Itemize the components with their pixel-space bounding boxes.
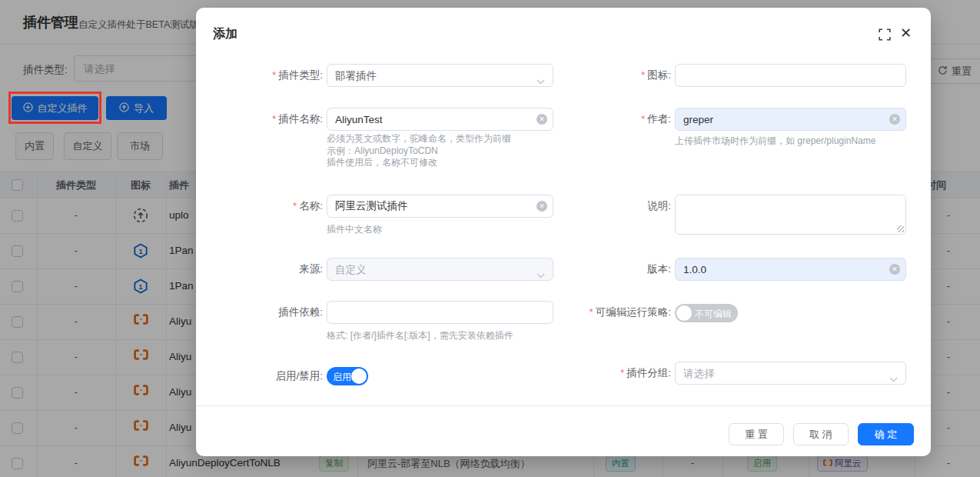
plugin-type-select[interactable]: 部署插件 — [327, 64, 553, 87]
field-help: 上传插件市场时作为前缀，如 greper/pluginName — [675, 135, 875, 148]
footer-divider — [196, 405, 931, 406]
close-icon[interactable]: ✕ — [900, 25, 912, 42]
field-label: *名称: — [196, 195, 323, 218]
field-help: 插件中文名称 — [327, 224, 382, 236]
source-select: 自定义 — [327, 258, 553, 281]
confirm-button[interactable]: 确 定 — [858, 423, 914, 445]
policy-toggle[interactable]: 不可编辑 — [675, 304, 738, 322]
reset-button[interactable]: 重 置 — [729, 423, 784, 445]
field-help: 必须为英文或数字，驼峰命名，类型作为前缀 示例：AliyunDeployToCD… — [327, 133, 511, 169]
modal-title: 添加 — [213, 26, 238, 42]
dependencies-input[interactable] — [327, 301, 553, 324]
clear-icon[interactable]: ✕ — [889, 114, 900, 125]
field-label: *插件类型: — [196, 64, 323, 87]
icon-input[interactable] — [675, 64, 906, 87]
field-label: 插件依赖: — [196, 301, 323, 324]
chevron-down-icon — [889, 372, 898, 385]
description-textarea[interactable] — [675, 195, 906, 235]
author-input[interactable] — [675, 108, 906, 131]
clear-icon[interactable]: ✕ — [537, 114, 547, 125]
add-plugin-modal: 添加 ✕ *插件类型: 部署插件 *图标: *插件名称: ✕ 必须为英文或数字，… — [196, 8, 931, 456]
field-label: 来源: — [196, 258, 323, 281]
field-label: *可编辑运行策略: — [550, 301, 671, 324]
field-label: *插件名称: — [196, 108, 323, 131]
clear-icon[interactable]: ✕ — [537, 201, 547, 212]
chevron-down-icon — [537, 74, 545, 88]
field-label: 版本: — [550, 258, 671, 281]
field-label: *作者: — [550, 108, 671, 131]
chevron-down-icon — [537, 268, 545, 282]
field-label: 说明: — [550, 195, 671, 218]
fullscreen-icon[interactable] — [879, 28, 891, 44]
clear-icon[interactable]: ✕ — [889, 264, 900, 275]
plugin-group-select[interactable]: 请选择 — [675, 362, 906, 385]
enabled-toggle[interactable]: 启用 — [327, 367, 368, 385]
field-help: 格式: [作者/]插件名[:版本]，需先安装依赖插件 — [327, 330, 513, 342]
field-label: 启用/禁用: — [196, 365, 323, 388]
display-name-input[interactable] — [327, 195, 553, 218]
version-input[interactable] — [675, 258, 906, 281]
field-label: *插件分组: — [550, 362, 671, 385]
annotation-highlight-box — [8, 92, 101, 124]
cancel-button[interactable]: 取 消 — [793, 423, 849, 445]
plugin-name-input[interactable] — [327, 108, 553, 131]
field-label: *图标: — [550, 64, 671, 87]
resize-handle[interactable] — [897, 225, 904, 232]
